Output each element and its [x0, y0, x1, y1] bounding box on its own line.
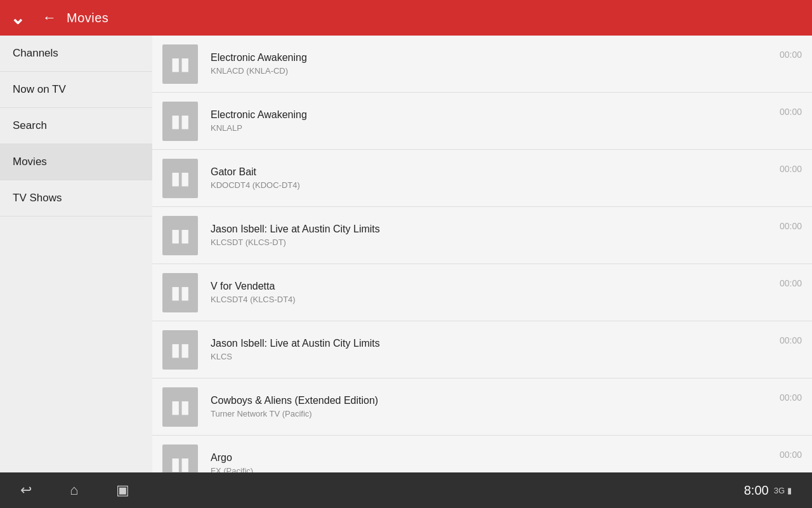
- bottom-bar: ↩ ⌂ ▣ 8:00 3G ▮: [0, 472, 812, 508]
- app-logo: ⌄: [10, 8, 25, 29]
- main-content: Channels Now on TV Search Movies TV Show…: [0, 36, 812, 472]
- movie-title: V for Vendetta: [211, 281, 769, 292]
- film-icon: ▮▮: [171, 110, 190, 131]
- film-icon: ▮▮: [171, 339, 190, 360]
- movie-info: Electronic Awakening KNLACD (KNLA-CD): [211, 52, 769, 76]
- movie-item[interactable]: ▮▮ Jason Isbell: Live at Austin City Lim…: [152, 207, 812, 264]
- bottom-nav-icons: ↩ ⌂ ▣: [20, 482, 129, 498]
- movie-item[interactable]: ▮▮ Electronic Awakening KNLALP 00:00: [152, 93, 812, 150]
- movie-item[interactable]: ▮▮ Argo FX (Pacific) 00:00: [152, 436, 812, 472]
- sidebar-item-tv-shows[interactable]: TV Shows: [0, 180, 152, 217]
- movie-info: Gator Bait KDOCDT4 (KDOC-DT4): [211, 166, 769, 190]
- film-icon: ▮▮: [171, 282, 190, 303]
- movie-item[interactable]: ▮▮ Gator Bait KDOCDT4 (KDOC-DT4) 00:00: [152, 150, 812, 207]
- film-icon: ▮▮: [171, 453, 190, 472]
- sidebar-item-movies[interactable]: Movies: [0, 144, 152, 180]
- movie-time: 00:00: [780, 264, 802, 288]
- film-icon: ▮▮: [171, 168, 190, 189]
- movie-info: Argo FX (Pacific): [211, 452, 769, 472]
- back-nav-icon[interactable]: ↩: [20, 482, 32, 498]
- back-button[interactable]: ←: [43, 10, 56, 26]
- movie-thumbnail: ▮▮: [162, 102, 198, 141]
- movie-thumbnail: ▮▮: [162, 159, 198, 198]
- movie-title: Electronic Awakening: [211, 109, 769, 121]
- status-time: 8:00: [744, 483, 769, 498]
- movie-time: 00:00: [780, 436, 802, 460]
- movie-thumbnail: ▮▮: [162, 273, 198, 312]
- movies-list: ▮▮ Electronic Awakening KNLACD (KNLA-CD)…: [152, 36, 812, 472]
- movie-title: Electronic Awakening: [211, 52, 769, 64]
- film-icon: ▮▮: [171, 53, 190, 74]
- battery-indicator: ▮: [787, 486, 792, 495]
- movie-channel: KLCSDT (KLCS-DT): [211, 237, 769, 247]
- movie-channel: KNLALP: [211, 123, 769, 133]
- movie-info: Cowboys & Aliens (Extended Edition) Turn…: [211, 395, 769, 418]
- movie-title: Argo: [211, 452, 769, 464]
- movie-thumbnail: ▮▮: [162, 330, 198, 370]
- movie-thumbnail: ▮▮: [162, 44, 198, 84]
- movie-item[interactable]: ▮▮ Jason Isbell: Live at Austin City Lim…: [152, 321, 812, 378]
- network-indicator: 3G: [774, 486, 785, 495]
- movie-info: Electronic Awakening KNLALP: [211, 109, 769, 133]
- movie-item[interactable]: ▮▮ Cowboys & Aliens (Extended Edition) T…: [152, 378, 812, 436]
- movie-title: Jason Isbell: Live at Austin City Limits: [211, 338, 769, 349]
- movie-item[interactable]: ▮▮ Electronic Awakening KNLACD (KNLA-CD)…: [152, 36, 812, 93]
- sidebar-item-search[interactable]: Search: [0, 108, 152, 144]
- movie-channel: Turner Network TV (Pacific): [211, 409, 769, 418]
- movie-time: 00:00: [780, 207, 802, 231]
- movie-time: 00:00: [780, 93, 802, 117]
- movie-channel: KNLACD (KNLA-CD): [211, 66, 769, 76]
- movie-title: Gator Bait: [211, 166, 769, 178]
- film-icon: ▮▮: [171, 225, 190, 246]
- movie-thumbnail: ▮▮: [162, 444, 198, 473]
- movie-channel: KDOCDT4 (KDOC-DT4): [211, 180, 769, 190]
- movie-info: V for Vendetta KLCSDT4 (KLCS-DT4): [211, 281, 769, 304]
- bottom-status: 8:00 3G ▮: [744, 483, 792, 498]
- movie-thumbnail: ▮▮: [162, 216, 198, 255]
- sidebar: Channels Now on TV Search Movies TV Show…: [0, 36, 152, 472]
- movie-channel: KLCSDT4 (KLCS-DT4): [211, 295, 769, 304]
- recents-nav-icon[interactable]: ▣: [116, 482, 129, 498]
- sidebar-item-channels[interactable]: Channels: [0, 36, 152, 72]
- sidebar-item-now-on-tv[interactable]: Now on TV: [0, 72, 152, 108]
- movie-time: 00:00: [780, 321, 802, 345]
- status-indicators: 3G ▮: [774, 486, 792, 495]
- movie-channel: KLCS: [211, 352, 769, 361]
- movie-title: Cowboys & Aliens (Extended Edition): [211, 395, 769, 406]
- movie-time: 00:00: [780, 150, 802, 174]
- movie-time: 00:00: [780, 378, 802, 403]
- film-icon: ▮▮: [171, 396, 190, 417]
- movie-info: Jason Isbell: Live at Austin City Limits…: [211, 338, 769, 361]
- movie-title: Jason Isbell: Live at Austin City Limits: [211, 224, 769, 235]
- movie-channel: FX (Pacific): [211, 466, 769, 472]
- movie-time: 00:00: [780, 36, 802, 60]
- page-title: Movies: [67, 11, 108, 25]
- top-bar: ⌄ ← Movies: [0, 0, 812, 36]
- movie-item[interactable]: ▮▮ V for Vendetta KLCSDT4 (KLCS-DT4) 00:…: [152, 264, 812, 321]
- movie-thumbnail: ▮▮: [162, 387, 198, 427]
- movie-info: Jason Isbell: Live at Austin City Limits…: [211, 224, 769, 247]
- home-nav-icon[interactable]: ⌂: [70, 482, 78, 498]
